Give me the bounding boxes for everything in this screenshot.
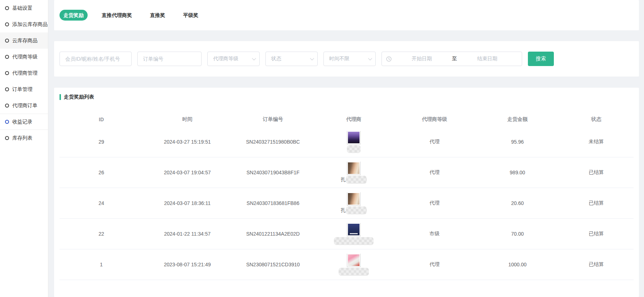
sidebar-item[interactable]: 收益记录 <box>0 114 48 130</box>
cell-id: 29 <box>59 139 143 145</box>
tab[interactable]: 直推奖 <box>146 10 169 21</box>
sidebar-item-label: 云库存商品 <box>12 38 38 44</box>
sidebar-item[interactable]: 云库存商品 <box>0 32 48 49</box>
agent-avatar <box>347 254 360 267</box>
sidebar: 基础设置 添加云库存商品 云库存商品 代理商等级 代理商管理 <box>0 0 48 297</box>
agent-level-select[interactable]: 代理商等级 <box>207 52 260 66</box>
cell-amount: 1000.00 <box>476 262 559 267</box>
radio-circle-icon <box>5 55 9 59</box>
radio-circle-icon <box>5 71 9 75</box>
cell-agent: 扎 <box>314 192 393 214</box>
sidebar-item[interactable]: 库存列表 <box>0 130 48 146</box>
status-select[interactable]: 状态 <box>265 52 318 66</box>
column-header: 时间 <box>143 116 231 123</box>
tab[interactable]: 走货奖励 <box>59 10 88 21</box>
sidebar-item[interactable]: 代理商管理 <box>0 65 48 81</box>
cell-status: 已结算 <box>559 169 634 176</box>
time-range-select[interactable]: 时间不限 <box>323 52 376 66</box>
main-content: 走货奖励 直推代理商奖 直推奖 平级奖 代理商等级 状态 时间不限 <box>48 0 644 297</box>
agent-avatar <box>347 131 360 144</box>
radio-circle-icon <box>5 39 9 43</box>
agent-name <box>347 145 361 153</box>
cell-agent-level: 代理 <box>393 261 476 268</box>
table-row: 1 2023-08-07 15:21:49 SN2308071521CD3910… <box>59 249 634 280</box>
cell-agent <box>314 223 393 245</box>
cell-amount: 989.00 <box>476 170 559 175</box>
sidebar-item-label: 库存列表 <box>12 135 32 141</box>
cell-time: 2024-03-27 15:19:51 <box>143 139 231 145</box>
cell-agent-level: 代理 <box>393 200 476 206</box>
cell-agent: 扎 <box>314 162 393 184</box>
agent-name <box>339 268 369 276</box>
radio-circle-icon <box>5 104 9 108</box>
date-range-separator: 至 <box>452 56 457 62</box>
list-title-text: 走货奖励列表 <box>64 94 94 100</box>
sidebar-item[interactable]: 基础设置 <box>0 0 48 16</box>
column-header: 代理商 <box>314 116 393 123</box>
sidebar-item-label: 订单管理 <box>12 86 32 93</box>
cell-order-no: SN240307183681FB86 <box>231 200 314 206</box>
cell-agent-level: 代理 <box>393 139 476 145</box>
order-no-input[interactable] <box>137 52 202 66</box>
cell-status: 已结算 <box>559 231 634 237</box>
agent-name-redacted <box>347 145 361 153</box>
cell-status: 未结算 <box>559 139 634 145</box>
agent-avatar <box>347 192 360 205</box>
table-row: 24 2024-03-07 18:36:11 SN240307183681FB8… <box>59 188 634 219</box>
cell-time: 2024-01-22 11:34:57 <box>143 231 231 237</box>
table-header-row: ID 时间 订单编号 代理商 代理商等级 走货金额 状态 <box>59 112 634 127</box>
tab[interactable]: 平级奖 <box>179 10 202 21</box>
radio-circle-icon <box>5 136 9 140</box>
radio-circle-icon <box>5 87 9 91</box>
sidebar-item-label: 代理商订单 <box>12 102 38 109</box>
search-button[interactable]: 搜索 <box>528 52 554 66</box>
sidebar-item-label: 代理商等级 <box>12 54 38 60</box>
start-date-input[interactable]: 开始日期 <box>392 56 452 62</box>
agent-avatar <box>347 223 360 236</box>
app-root: 基础设置 添加云库存商品 云库存商品 代理商等级 代理商管理 <box>0 0 644 297</box>
table-row: 26 2024-03-07 19:04:57 SN24030719043B8F1… <box>59 157 634 188</box>
sidebar-item-label: 收益记录 <box>12 119 32 125</box>
member-search-input[interactable] <box>59 52 132 66</box>
agent-level-select-value: 代理商等级 <box>213 56 238 62</box>
sidebar-item[interactable]: 代理商订单 <box>0 97 48 114</box>
time-range-select-value: 时间不限 <box>329 56 349 62</box>
agent-name-redacted <box>334 237 374 245</box>
cell-time: 2024-03-07 19:04:57 <box>143 170 231 175</box>
column-header: 订单编号 <box>231 116 314 123</box>
sidebar-item-label: 基础设置 <box>12 5 32 12</box>
table-body: 29 2024-03-27 15:19:51 SN240327151980B0B… <box>59 127 634 280</box>
tab[interactable]: 直推代理商奖 <box>98 10 136 21</box>
end-date-input[interactable]: 结束日期 <box>457 56 518 62</box>
column-header: 走货金额 <box>476 116 559 123</box>
cell-time: 2024-03-07 18:36:11 <box>143 200 231 206</box>
sidebar-item-label: 代理商管理 <box>12 70 38 77</box>
cell-amount: 70.00 <box>476 231 559 237</box>
cell-agent-level: 代理 <box>393 169 476 176</box>
cell-status: 已结算 <box>559 200 634 206</box>
date-range-picker[interactable]: 开始日期 至 结束日期 <box>381 52 522 66</box>
clock-icon <box>386 56 392 62</box>
cell-order-no: SN2401221134A2E02D <box>231 231 314 237</box>
sidebar-item[interactable]: 订单管理 <box>0 81 48 97</box>
table-row: 29 2024-03-27 15:19:51 SN240327151980B0B… <box>59 127 634 157</box>
cell-agent <box>314 131 393 153</box>
agent-name-redacted <box>346 176 367 184</box>
cell-agent <box>314 254 393 276</box>
cell-id: 24 <box>59 200 143 206</box>
cell-order-no: SN240327151980B0BC <box>231 139 314 145</box>
chevron-down-icon <box>368 56 372 60</box>
filter-bar: 代理商等级 状态 时间不限 开始日期 至 结 <box>54 41 639 77</box>
cell-id: 26 <box>59 170 143 175</box>
cell-agent-level: 市级 <box>393 231 476 237</box>
title-accent-bar <box>59 94 61 100</box>
cell-time: 2023-08-07 15:21:49 <box>143 262 231 267</box>
tab-bar: 走货奖励 直推代理商奖 直推奖 平级奖 <box>54 0 639 30</box>
sidebar-item[interactable]: 添加云库存商品 <box>0 16 48 32</box>
agent-name-redacted <box>346 206 367 214</box>
list-title: 走货奖励列表 <box>59 88 634 100</box>
table-row: 22 2024-01-22 11:34:57 SN2401221134A2E02… <box>59 219 634 249</box>
cell-amount: 20.60 <box>476 200 559 206</box>
agent-name: 扎 <box>341 176 367 184</box>
sidebar-item[interactable]: 代理商等级 <box>0 49 48 65</box>
